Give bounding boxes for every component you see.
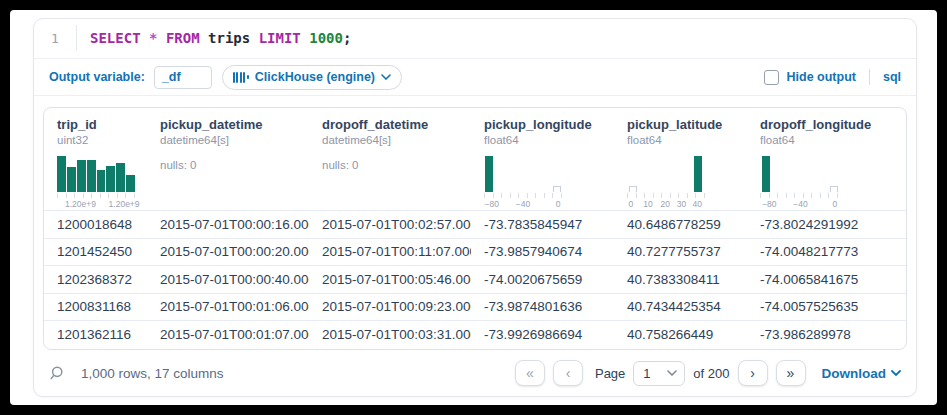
page-select-value: 1 bbox=[643, 366, 650, 381]
histogram-tick bbox=[828, 193, 829, 198]
download-label: Download bbox=[822, 366, 887, 381]
axis-tick-label: 10 bbox=[643, 199, 652, 209]
table-body: 12000186482015-07-01T00:00:16.0002015-07… bbox=[44, 210, 906, 347]
histogram-tick bbox=[661, 193, 662, 198]
first-page-button[interactable]: « bbox=[515, 360, 545, 386]
output-variable-input[interactable] bbox=[154, 66, 212, 89]
column-header[interactable]: trip_iduint321.20e+91.20e+9 bbox=[44, 117, 147, 210]
table-cell: 2015-07-01T00:00:16.000 bbox=[147, 211, 309, 237]
column-histogram: −80−400 bbox=[484, 156, 562, 210]
column-type: float64 bbox=[627, 134, 747, 146]
histogram-tick bbox=[687, 193, 688, 198]
engine-selector[interactable]: ClickHouse (engine) bbox=[222, 65, 402, 90]
table-cell: -74.0048217773 bbox=[747, 239, 906, 265]
histogram-ticks bbox=[57, 193, 135, 198]
column-type: uint32 bbox=[57, 134, 147, 146]
column-nulls-count: nulls: 0 bbox=[322, 159, 471, 171]
table-row: 12008311682015-07-01T00:01:06.0002015-07… bbox=[44, 293, 906, 320]
histogram-tick bbox=[811, 193, 812, 198]
column-type: float64 bbox=[760, 134, 906, 146]
last-page-button[interactable]: » bbox=[776, 360, 806, 386]
histogram-tick bbox=[91, 193, 92, 198]
histogram-axis-labels: 010203040 bbox=[627, 199, 705, 210]
column-header[interactable]: pickup_latitudefloat64010203040 bbox=[614, 117, 747, 210]
code-token: FROM bbox=[166, 30, 200, 46]
histogram-bars bbox=[760, 156, 838, 192]
axis-tick-label: −40 bbox=[516, 199, 530, 209]
histogram-bar bbox=[106, 166, 115, 192]
histogram-bars bbox=[627, 156, 705, 192]
download-button[interactable]: Download bbox=[822, 366, 902, 381]
histogram-tick bbox=[678, 193, 679, 198]
table-cell: 40.6486778259 bbox=[614, 211, 747, 237]
table-cell: -73.8024291992 bbox=[747, 211, 906, 237]
column-type: float64 bbox=[484, 134, 614, 146]
column-name: pickup_datetime bbox=[160, 117, 309, 132]
table-cell: 2015-07-01T00:00:20.000 bbox=[147, 239, 309, 265]
column-histogram: 010203040 bbox=[627, 156, 705, 210]
row-count-summary: 1,000 rows, 17 columns bbox=[81, 366, 224, 381]
table-cell: 1200018648 bbox=[44, 211, 147, 237]
output-variable-label: Output variable: bbox=[49, 70, 145, 84]
histogram-tick bbox=[760, 193, 761, 198]
axis-tick-label: −80 bbox=[485, 199, 499, 209]
histogram-tick bbox=[108, 193, 109, 198]
axis-tick-label: 1.20e+9 bbox=[109, 199, 140, 209]
histogram-bar bbox=[553, 186, 561, 192]
sql-code-line[interactable]: SELECT * FROM trips LIMIT 1000; bbox=[77, 30, 351, 46]
column-header[interactable]: dropoff_datetimedatetime64[s]nulls: 0 bbox=[309, 117, 471, 210]
histogram-bar bbox=[97, 170, 106, 192]
table-cell: -74.0057525635 bbox=[747, 294, 906, 320]
page-total-label: of 200 bbox=[693, 366, 729, 381]
code-editor-row[interactable]: 1 SELECT * FROM trips LIMIT 1000; bbox=[34, 19, 916, 59]
column-name: pickup_longitude bbox=[484, 117, 614, 132]
histogram-tick bbox=[636, 193, 637, 198]
hide-output-checkbox[interactable] bbox=[764, 70, 779, 85]
column-header[interactable]: dropoff_longitudefloat64−80−400 bbox=[747, 117, 906, 210]
next-page-button[interactable]: › bbox=[738, 360, 768, 386]
language-badge[interactable]: sql bbox=[883, 70, 901, 84]
column-type: datetime64[s] bbox=[322, 134, 471, 146]
histogram-tick bbox=[777, 193, 778, 198]
histogram-tick bbox=[627, 193, 628, 198]
histogram-tick bbox=[117, 193, 118, 198]
hide-output-label[interactable]: Hide output bbox=[787, 70, 856, 84]
code-token bbox=[301, 30, 309, 46]
sql-cell-card: 1 SELECT * FROM trips LIMIT 1000; Output… bbox=[33, 18, 917, 397]
column-header[interactable]: pickup_longitudefloat64−80−400 bbox=[471, 117, 614, 210]
code-token bbox=[141, 30, 149, 46]
histogram-ticks bbox=[627, 193, 705, 198]
table-cell: -74.0020675659 bbox=[471, 266, 614, 292]
column-name: trip_id bbox=[57, 117, 147, 132]
prev-page-button[interactable]: ‹ bbox=[553, 360, 583, 386]
histogram-tick bbox=[134, 193, 135, 198]
histogram-tick bbox=[74, 193, 75, 198]
histogram-tick bbox=[786, 193, 787, 198]
output-area: trip_iduint321.20e+91.20e+9pickup_dateti… bbox=[34, 96, 916, 350]
histogram-tick bbox=[510, 193, 511, 198]
histogram-bar bbox=[126, 175, 135, 192]
histogram-tick bbox=[644, 193, 645, 198]
histogram-tick bbox=[501, 193, 502, 198]
histogram-axis-labels: 1.20e+91.20e+9 bbox=[57, 199, 135, 210]
histogram-bar bbox=[762, 156, 770, 192]
histogram-tick bbox=[57, 193, 58, 198]
table-cell: 1202368372 bbox=[44, 266, 147, 292]
code-token: 1000 bbox=[309, 30, 343, 46]
axis-tick-label: 0 bbox=[833, 199, 838, 209]
column-histogram: −80−400 bbox=[760, 156, 838, 210]
column-header[interactable]: pickup_datetimedatetime64[s]nulls: 0 bbox=[147, 117, 309, 210]
histogram-tick bbox=[484, 193, 485, 198]
column-histogram: 1.20e+91.20e+9 bbox=[57, 156, 135, 210]
histogram-tick bbox=[544, 193, 545, 198]
page-select[interactable]: 1 bbox=[633, 361, 685, 386]
dataframe-panel: trip_iduint321.20e+91.20e+9pickup_dateti… bbox=[43, 107, 907, 350]
table-cell: 1200831168 bbox=[44, 294, 147, 320]
axis-tick-label: 0 bbox=[556, 199, 561, 209]
table-cell: 40.7277755737 bbox=[614, 239, 747, 265]
histogram-tick bbox=[769, 193, 770, 198]
code-token bbox=[157, 30, 165, 46]
search-icon[interactable] bbox=[49, 365, 66, 382]
histogram-bar bbox=[629, 186, 637, 192]
histogram-bar bbox=[57, 156, 66, 192]
